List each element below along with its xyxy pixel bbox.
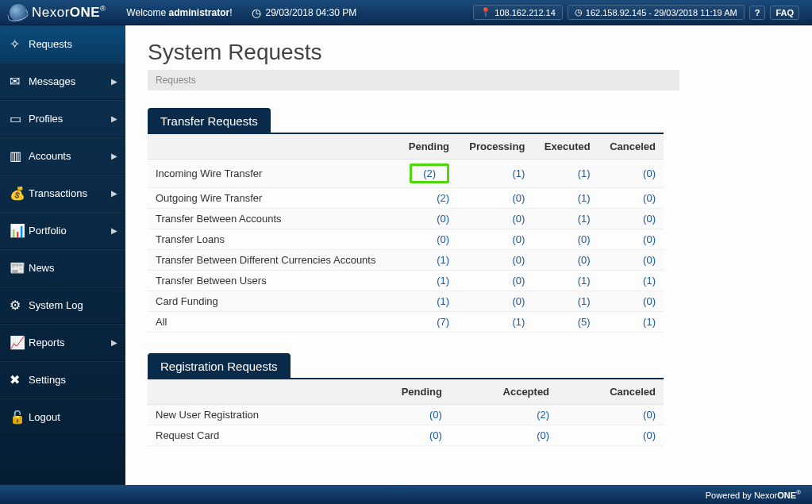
column-header: Canceled	[598, 134, 664, 160]
count-link[interactable]: (1)	[643, 275, 656, 287]
help-button[interactable]: ?	[749, 6, 766, 20]
count-cell: (0)	[533, 250, 598, 271]
sidebar-item-label: Messages	[29, 75, 75, 87]
sidebar-item-messages[interactable]: ✉Messages▶	[0, 63, 125, 100]
column-header: Accepted	[450, 379, 557, 405]
sidebar-item-label: News	[29, 262, 55, 274]
count-link[interactable]: (0)	[429, 409, 442, 421]
count-link[interactable]: (1)	[578, 213, 591, 225]
sidebar-item-accounts[interactable]: ▥Accounts▶	[0, 137, 125, 175]
count-link[interactable]: (5)	[578, 316, 591, 328]
count-link[interactable]: (1)	[578, 275, 591, 287]
chevron-right-icon: ▶	[111, 189, 117, 198]
count-link[interactable]: (0)	[437, 233, 449, 245]
row-label: Transfer Between Users	[148, 271, 398, 291]
count-link[interactable]: (0)	[512, 233, 525, 245]
sidebar-item-logout[interactable]: 🔓Logout	[0, 398, 125, 436]
column-header: Canceled	[557, 379, 664, 405]
count-link[interactable]: (0)	[643, 295, 656, 307]
count-link[interactable]: (1)	[578, 295, 591, 307]
count-link[interactable]: (0)	[512, 192, 525, 204]
sidebar-item-label: Transactions	[29, 187, 87, 199]
count-link[interactable]: (0)	[643, 167, 656, 179]
count-cell: (1)	[533, 160, 598, 188]
table-row: Request Card(0)(0)(0)	[148, 425, 664, 446]
count-cell: (0)	[598, 229, 664, 250]
table-row: Transfer Between Accounts(0)(0)(1)(0)	[148, 209, 664, 229]
count-link[interactable]: (0)	[512, 295, 525, 307]
row-label: Card Funding	[148, 291, 398, 312]
count-link[interactable]: (0)	[512, 275, 525, 287]
count-link[interactable]: (0)	[643, 192, 656, 204]
last-session-chip[interactable]: ◷ 162.158.92.145 - 29/03/2018 11:19 AM	[568, 5, 745, 20]
current-ip-chip[interactable]: 📍 108.162.212.14	[473, 5, 562, 20]
table-row: Incoming Wire Transfer(2)(1)(1)(0)	[148, 160, 664, 188]
count-cell: (0)	[598, 160, 664, 188]
row-label: All	[148, 312, 398, 333]
count-cell: (1)	[457, 160, 533, 188]
sidebar-item-transactions[interactable]: 💰Transactions▶	[0, 175, 125, 212]
globe-icon	[10, 4, 27, 21]
count-link[interactable]: (0)	[512, 254, 525, 266]
count-link[interactable]: (0)	[537, 429, 549, 441]
count-link[interactable]: (0)	[429, 429, 442, 441]
portfolio-icon: 📊	[10, 223, 29, 238]
count-link[interactable]: (2)	[423, 167, 436, 179]
count-link[interactable]: (2)	[437, 192, 449, 204]
news-icon: 📰	[10, 260, 29, 275]
count-link[interactable]: (1)	[437, 254, 449, 266]
faq-button[interactable]: FAQ	[770, 6, 799, 20]
chevron-right-icon: ▶	[111, 338, 117, 347]
sidebar-item-portfolio[interactable]: 📊Portfolio▶	[0, 212, 125, 249]
count-link[interactable]: (0)	[643, 233, 656, 245]
count-link[interactable]: (2)	[537, 409, 549, 421]
top-bar: NexorONE® Welcome administrator! ◷ 29/03…	[0, 0, 812, 25]
sidebar: ✧Requests✉Messages▶▭Profiles▶▥Accounts▶💰…	[0, 25, 125, 485]
chevron-right-icon: ▶	[111, 226, 117, 235]
table-row: New User Registration(0)(2)(0)	[148, 405, 664, 425]
count-link[interactable]: (1)	[437, 275, 449, 287]
reports-icon: 📈	[10, 335, 29, 350]
chevron-right-icon: ▶	[111, 152, 117, 160]
count-link[interactable]: (1)	[512, 316, 525, 328]
count-link[interactable]: (0)	[578, 233, 591, 245]
count-link[interactable]: (0)	[578, 254, 591, 266]
count-link[interactable]: (0)	[643, 429, 656, 441]
sidebar-item-label: System Log	[29, 299, 83, 311]
registration-requests-tab[interactable]: Registration Requests	[148, 353, 291, 378]
sidebar-item-system-log[interactable]: ⚙System Log	[0, 287, 125, 324]
count-link[interactable]: (0)	[643, 213, 656, 225]
count-cell: (0)	[398, 229, 457, 250]
count-link[interactable]: (0)	[512, 213, 525, 225]
count-link[interactable]: (1)	[437, 295, 449, 307]
breadcrumb: Requests	[148, 70, 679, 90]
count-link[interactable]: (0)	[643, 254, 656, 266]
row-label: Transfer Between Different Currencies Ac…	[148, 250, 398, 271]
count-link[interactable]: (1)	[578, 167, 591, 179]
count-link[interactable]: (1)	[578, 192, 591, 204]
sidebar-item-settings[interactable]: ✖Settings	[0, 361, 125, 398]
logout-icon: 🔓	[10, 410, 29, 425]
row-label: Request Card	[148, 425, 352, 446]
count-cell: (0)	[457, 229, 533, 250]
column-header: Executed	[533, 134, 598, 160]
count-cell: (0)	[352, 425, 450, 446]
sidebar-item-requests[interactable]: ✧Requests	[0, 25, 125, 63]
current-ip-text: 108.162.212.14	[495, 8, 555, 17]
column-header	[148, 379, 352, 405]
count-link[interactable]: (0)	[643, 409, 656, 421]
sidebar-item-label: Requests	[29, 38, 72, 50]
count-link[interactable]: (1)	[643, 316, 656, 328]
transfer-requests-panel: Transfer Requests PendingProcessingExecu…	[148, 108, 664, 333]
count-link[interactable]: (7)	[437, 316, 449, 328]
brand-name: NexorONE®	[32, 5, 106, 21]
sidebar-item-label: Settings	[29, 374, 66, 386]
count-link[interactable]: (0)	[437, 213, 449, 225]
sidebar-item-profiles[interactable]: ▭Profiles▶	[0, 100, 125, 137]
count-cell: (5)	[533, 312, 598, 333]
count-cell: (0)	[450, 425, 557, 446]
sidebar-item-news[interactable]: 📰News	[0, 249, 125, 287]
transfer-requests-tab[interactable]: Transfer Requests	[148, 108, 271, 133]
count-link[interactable]: (1)	[512, 167, 525, 179]
sidebar-item-reports[interactable]: 📈Reports▶	[0, 324, 125, 361]
